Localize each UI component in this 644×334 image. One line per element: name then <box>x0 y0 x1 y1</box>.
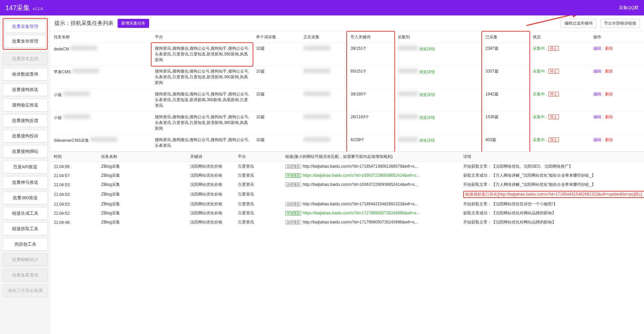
sidebar-item[interactable]: 链接抓取工具 <box>3 222 48 235</box>
edit-filter-button[interactable]: 编辑过滤关键词 <box>561 19 596 28</box>
task-row: 苹果CMS搜狗资讯,搜狗微信,搜狗公众号,搜狗知乎,搜狗公众号,头条资讯,百度资… <box>50 66 644 89</box>
local-badge: 本地预览 <box>285 173 301 178</box>
detail-link[interactable]: 浏览详情 <box>419 70 435 74</box>
log-url[interactable]: 本地预览https://baijiahao.baidu.com/s?id=163… <box>282 171 460 180</box>
log-detail: 开始获取文章：【沈阳网络优化、沈阳SEO、沈阳网络推广】 <box>460 162 644 171</box>
detail-link[interactable]: 浏览详情 <box>419 92 435 97</box>
edit-button[interactable]: 编辑 <box>593 115 601 119</box>
edit-button[interactable]: 编辑 <box>593 46 601 51</box>
log-platform: 百度资讯 <box>234 218 282 227</box>
log-url[interactable]: 远程预览http://baijiahao.baidu.com/s?id=1717… <box>282 218 460 227</box>
task-row: 小旋搜狗资讯,搜狗微信,搜狗公众号,搜狗知乎,搜狗公众号,头条资讯,百度知道,新… <box>50 89 644 112</box>
sidebar-item[interactable]: 批量神马推送 <box>3 176 48 189</box>
sidebar-item[interactable]: 批量360推送 <box>3 192 48 204</box>
stop-button[interactable]: 停止 <box>548 115 559 119</box>
sidebar: 批量采集管理 批量发布管理 批量排名监控收录数据查询批量搜狗推送搜狗验证推送批量… <box>0 15 50 334</box>
log-row: 21:04:57:ZBlog采集沈阳网站优化价格百度资讯本地预览https://… <box>50 171 644 180</box>
local-badge: 本地预览 <box>285 211 301 215</box>
detail-link[interactable]: 浏览详情 <box>419 115 435 120</box>
app-version: v1.1.8 <box>33 7 43 11</box>
log-row: 21:04:53:ZBlog采集沈阳网站优化价格百度资讯远程预览http://b… <box>50 180 644 189</box>
log-row: 21:04:52:ZBlog采集沈阳网站优化价格百度资讯本地预览https://… <box>50 209 644 218</box>
task-import: 65/151个 <box>347 66 394 89</box>
edit-button[interactable]: 编辑 <box>593 92 601 96</box>
task-doing <box>300 89 347 112</box>
stop-button[interactable]: 停止 <box>548 137 559 142</box>
log-task: ZBlog采集 <box>98 200 187 209</box>
log-row: 21:04:53:ZBlog采集沈阳网站优化价格百度资讯远程预览http://b… <box>50 200 644 209</box>
main-panel: 提示：挂机采集任务列表 新增采集任务 编辑过滤关键词 导出全部错误链接 任务名称… <box>50 15 644 334</box>
log-area: 时间任务名称关键词平台链接(量小的网站可能没有匹配，如需要可群内反馈增加规则)详… <box>50 152 644 334</box>
task-header: 正在采集 <box>300 32 347 43</box>
log-url[interactable] <box>282 189 460 200</box>
log-url[interactable]: 远程预览http://baijiahao.baidu.com/s?id=1636… <box>282 180 460 189</box>
log-url[interactable]: 远程预览http://baijiahao.baidu.com/s?id=1718… <box>282 162 460 171</box>
log-detail: 获取文章成功：【万人网络讲解_"沈阳网站优化"能给企业带来哪些好处_】 <box>460 171 644 180</box>
task-single: 10篇 <box>253 43 300 66</box>
delete-button[interactable]: 删除 <box>605 137 613 142</box>
log-detail: 开始获取文章：【沈阳网站优化对网站品牌的影响】 <box>460 218 644 227</box>
task-header: 任务名称 <box>50 32 152 43</box>
log-task: ZBlog采集 <box>98 180 187 189</box>
task-row: SiteserverCMS采集搜狗资讯,搜狗微信,搜狗公众号,搜狗知乎,搜狗公众… <box>50 134 644 152</box>
sidebar-item[interactable]: 收录数据查询 <box>3 68 48 81</box>
task-single: 10篇 <box>253 134 300 152</box>
task-name: 小旋 <box>50 112 152 134</box>
task-done: 1842篇 <box>482 89 529 112</box>
log-time: 21:04:57: <box>50 171 98 180</box>
export-errors-button[interactable]: 导出全部错误链接 <box>600 19 640 28</box>
task-platform: 搜狗资讯,搜狗微信,搜狗公众号,搜狗知乎,搜狗公众号,头条资讯,百度资讯,百度知… <box>152 112 253 134</box>
log-platform: 百度资讯 <box>234 180 282 189</box>
log-row: 21:04:53:ZBlog采集沈阳网站优化价格百度资讯链接或标题已存在[htt… <box>50 189 644 200</box>
task-import: 26/1183个 <box>347 112 394 134</box>
sidebar-item-batch-collect[interactable]: 批量采集管理 <box>5 20 46 33</box>
log-header: 任务名称 <box>98 152 187 162</box>
task-to: 浏览详情 <box>394 43 482 66</box>
sidebar-item[interactable]: 批量搜狗投诉 <box>3 130 48 142</box>
delete-button[interactable]: 删除 <box>605 115 613 119</box>
sidebar-item[interactable]: 搜狗验证推送 <box>3 99 48 112</box>
qq-group-link[interactable]: 采集QQ群 <box>619 5 639 11</box>
sidebar-item[interactable]: 链接生成工具 <box>3 207 48 220</box>
task-header: 状态 <box>529 32 590 43</box>
task-import: 39/151个 <box>347 43 394 66</box>
sidebar-item[interactable]: 批量搜狗推送 <box>3 83 48 96</box>
task-single: 10篇 <box>253 89 300 112</box>
sidebar-item[interactable]: 百度API推送 <box>3 161 48 173</box>
detail-link[interactable]: 浏览详情 <box>419 138 435 143</box>
toolbar: 提示：挂机采集任务列表 新增采集任务 编辑过滤关键词 导出全部错误链接 <box>50 15 644 32</box>
stop-button[interactable]: 停止 <box>548 92 559 96</box>
edit-button[interactable]: 编辑 <box>593 69 601 74</box>
sidebar-item[interactable]: 伪原创工具 <box>3 238 48 251</box>
stop-button[interactable]: 停止 <box>548 69 559 74</box>
log-scroll[interactable]: 21:04:58:ZBlog采集沈阳网站优化价格百度资讯远程预览http://b… <box>50 162 644 334</box>
page-title: 提示：挂机采集任务列表 <box>54 20 114 27</box>
task-import: 39/180个 <box>347 89 394 112</box>
sidebar-item-batch-publish[interactable]: 批量发布管理 <box>5 35 46 48</box>
delete-button[interactable]: 删除 <box>605 46 613 51</box>
stop-button[interactable]: 停止 <box>548 46 559 51</box>
task-doing <box>300 112 347 134</box>
task-done: 1536篇 <box>482 112 529 134</box>
sidebar-item[interactable]: 批量搜狗反馈 <box>3 114 48 127</box>
task-done: 2387篇 <box>482 43 529 66</box>
task-to: 浏览详情 <box>394 89 482 112</box>
task-op: 编辑|删除 <box>590 66 644 89</box>
edit-button[interactable]: 编辑 <box>593 137 601 142</box>
task-header: 采集到 <box>394 32 482 43</box>
delete-button[interactable]: 删除 <box>605 92 613 96</box>
sidebar-item: 批量排名监控 <box>3 52 48 65</box>
log-header: 平台 <box>234 152 282 162</box>
task-done: 3357篇 <box>482 66 529 89</box>
task-op: 编辑|删除 <box>590 134 644 152</box>
detail-link[interactable]: 浏览详情 <box>419 47 435 51</box>
sidebar-item[interactable]: 批量搜狗绑站 <box>3 145 48 158</box>
log-url[interactable]: 本地预览https://baijiahao.baidu.com/s?id=171… <box>282 209 460 218</box>
log-row: 21:04:48:ZBlog采集沈阳网站优化价格百度资讯远程预览http://b… <box>50 218 644 227</box>
log-header: 关键词 <box>187 152 234 162</box>
delete-button[interactable]: 删除 <box>605 69 613 74</box>
remote-badge: 远程预览 <box>285 202 301 206</box>
task-name: SiteserverCMS采集 <box>50 134 152 152</box>
new-task-button[interactable]: 新增采集任务 <box>118 19 149 28</box>
log-url[interactable]: 远程预览http://baijiahao.baidu.com/s?id=1718… <box>282 200 460 209</box>
